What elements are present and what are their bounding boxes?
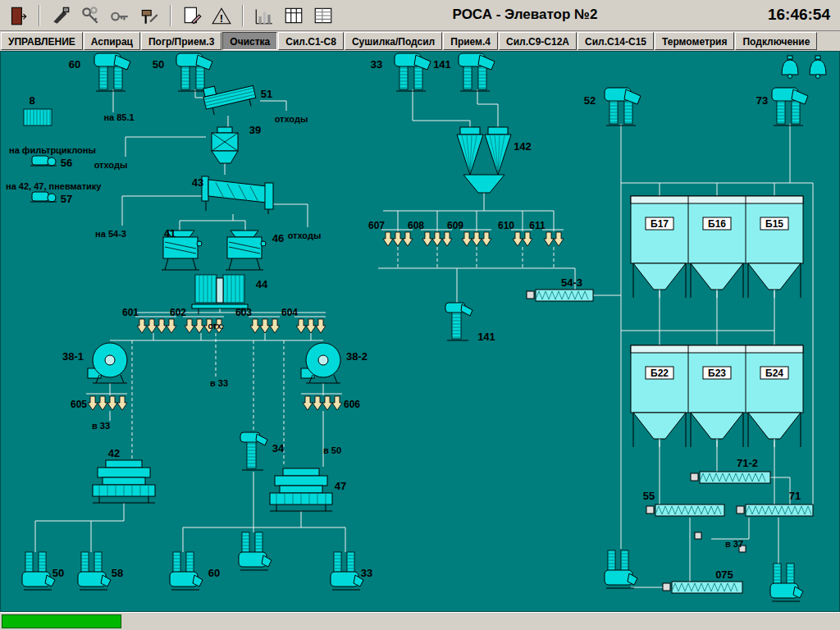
spray-tool-icon[interactable]: [48, 3, 73, 28]
unit-51[interactable]: [202, 78, 258, 116]
tab-термометрия[interactable]: Термометрия: [655, 32, 734, 50]
boot-mid[interactable]: [239, 532, 272, 570]
keys-pair-icon[interactable]: [78, 3, 103, 28]
exit-door-icon[interactable]: [6, 3, 30, 28]
valve-group-608[interactable]: [421, 230, 452, 246]
diagram-label: 51: [261, 88, 272, 100]
histogram-icon[interactable]: [252, 3, 276, 28]
tab-прием-4[interactable]: Прием.4: [443, 32, 498, 50]
diagram-label: 606: [344, 399, 360, 410]
unit-34[interactable]: [240, 432, 267, 470]
noria-60[interactable]: [94, 53, 130, 91]
valve-arrow-icon: [313, 396, 322, 410]
doc-edit-icon[interactable]: [180, 3, 204, 28]
diagram-label: в 50: [323, 445, 341, 455]
diagram-label: 50: [52, 567, 64, 579]
valve-group-607[interactable]: [381, 230, 413, 246]
unit-141-bottom[interactable]: [445, 303, 472, 340]
tab-погр-прием-3[interactable]: Погр/Прием.3: [141, 32, 221, 50]
noria-141-top[interactable]: [459, 53, 495, 91]
diagram-label: 602: [170, 307, 186, 318]
unit-42[interactable]: [93, 460, 155, 503]
silo-label: Б22: [651, 368, 669, 379]
window-title: РОСА - Элеватор №2: [353, 7, 697, 23]
diagram-label: отх.: [208, 322, 223, 331]
tab-сушилка-подсил[interactable]: Сушилка/Подсил: [345, 32, 442, 50]
unit-39[interactable]: [212, 127, 238, 163]
valve-group-610[interactable]: [511, 230, 532, 246]
noria-52[interactable]: [605, 88, 641, 126]
silo-label: Б23: [708, 368, 726, 379]
toolbar-separator: [170, 5, 171, 26]
report-icon[interactable]: [281, 3, 306, 28]
tab-очистка[interactable]: Очистка: [222, 32, 277, 50]
boot-33[interactable]: [331, 552, 363, 590]
diagram-label: 33: [361, 567, 372, 579]
diagram-label: на 85.1: [103, 112, 134, 122]
unit-46[interactable]: [226, 231, 266, 270]
noria-73[interactable]: [772, 88, 808, 126]
valve-arrow-icon: [137, 319, 147, 333]
unit-43[interactable]: [202, 176, 273, 214]
conveyor-55[interactable]: [646, 504, 724, 516]
diagram-label: 41: [164, 227, 176, 240]
noria-50[interactable]: [176, 53, 212, 91]
report2-icon[interactable]: [311, 3, 336, 28]
tab-аспирац[interactable]: Аспирац: [84, 32, 140, 50]
boot-right-2[interactable]: [770, 564, 803, 601]
conveyor-71[interactable]: [737, 504, 813, 516]
silo-label: Б15: [765, 218, 783, 230]
diagram-label: 142: [514, 140, 532, 153]
indicator-box[interactable]: [695, 532, 701, 539]
valve-group-603[interactable]: [249, 317, 280, 333]
unit-38-2[interactable]: [301, 343, 340, 383]
scada-window: { "window": { "title": "РОСА - Элеватор …: [0, 0, 840, 630]
boot-right-1[interactable]: [605, 550, 637, 588]
silo-label: Б24: [765, 368, 783, 379]
silo-bank-2[interactable]: Б22Б23Б24: [631, 345, 803, 447]
diagram-label: 58: [112, 567, 123, 579]
boot-60[interactable]: [170, 552, 203, 590]
diagram-label: на фильтрциклоны: [9, 145, 96, 155]
tab-управление[interactable]: УПРАВЛЕНИЕ: [1, 32, 83, 50]
valve-arrow-icon: [167, 319, 176, 333]
diagram-label: 44: [256, 278, 268, 290]
warning-icon[interactable]: !: [209, 3, 234, 28]
valve-group-611[interactable]: [542, 230, 564, 246]
diagram-label: 141: [477, 331, 495, 343]
alarm-bell-2[interactable]: [810, 56, 826, 79]
valve-group-609[interactable]: [460, 230, 491, 246]
unit-142[interactable]: [457, 127, 511, 193]
clock: 16:46:54: [768, 6, 830, 24]
tools-icon[interactable]: [137, 3, 162, 28]
diagram-label: 603: [235, 307, 252, 318]
noria-33[interactable]: [395, 53, 431, 91]
conveyor-71-2[interactable]: [691, 472, 770, 483]
valve-arrow-icon: [88, 396, 98, 410]
boot-58[interactable]: [78, 552, 111, 590]
boot-50[interactable]: [22, 552, 55, 590]
diagram-label: 610: [498, 220, 514, 231]
tab-подключение[interactable]: Подключение: [735, 32, 817, 50]
tab-сил-с14-с15[interactable]: Сил.С14-С15: [578, 32, 654, 50]
unit-47[interactable]: [270, 468, 332, 511]
alarm-bell-1[interactable]: [782, 56, 798, 79]
valve-group-601[interactable]: [135, 317, 176, 333]
tab-сил-с1-с8[interactable]: Сил.С1-С8: [278, 32, 344, 50]
valve-group-604[interactable]: [294, 317, 326, 333]
diagram-labels: 6050331418565751394341464438-138-2423447…: [6, 58, 801, 581]
valve-arrow-icon: [316, 319, 326, 333]
tab-сил-с9-с12а[interactable]: Сил.С9-С12А: [499, 32, 577, 50]
valve-group-605[interactable]: [86, 394, 127, 410]
diagram-label: в 37: [725, 539, 743, 549]
silo-bank-1[interactable]: Б17Б16Б15: [631, 196, 803, 298]
unit-56[interactable]: [30, 156, 57, 166]
conveyor-075[interactable]: [663, 582, 742, 593]
conveyor-54-3[interactable]: [527, 290, 593, 301]
unit-57[interactable]: [30, 192, 57, 202]
unit-38-1[interactable]: [88, 343, 127, 383]
unit-8[interactable]: [24, 109, 52, 126]
valve-arrow-icon: [260, 319, 270, 333]
key-icon[interactable]: [107, 3, 132, 28]
valve-group-606[interactable]: [301, 394, 342, 410]
